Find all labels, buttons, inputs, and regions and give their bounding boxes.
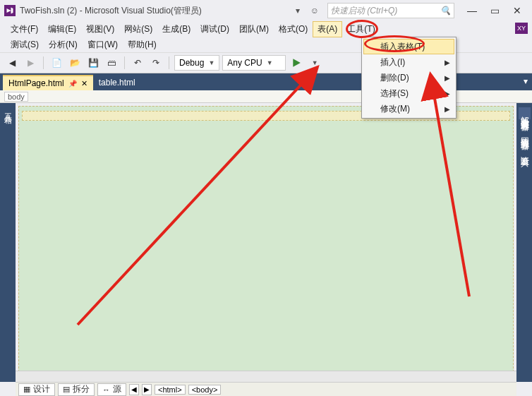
ctx-insert[interactable]: 插入(I) ▶ xyxy=(363,54,454,70)
nav-left-icon[interactable]: ◀ xyxy=(129,384,139,395)
menu-edit[interactable]: 编辑(E) xyxy=(43,21,81,37)
path-body[interactable]: <body> xyxy=(188,385,222,395)
path-html[interactable]: <html> xyxy=(155,385,186,395)
solution-explorer-tab[interactable]: 解决方案资源管理器 xyxy=(519,107,531,119)
menu-help[interactable]: 帮助(H) xyxy=(123,37,162,53)
browser-dropdown-caret[interactable]: ▼ xyxy=(307,55,322,71)
pin-icon[interactable]: 📌 xyxy=(68,80,77,88)
horizontal-scrollbar[interactable] xyxy=(16,371,516,382)
platform-dropdown[interactable]: Any CPU ▼ xyxy=(222,55,286,71)
separator xyxy=(43,56,44,69)
tab-label: table.html xyxy=(99,78,135,88)
menu-team[interactable]: 团队(M) xyxy=(234,21,274,37)
save-all-button[interactable]: 🗃 xyxy=(104,55,119,71)
chevron-right-icon: ▶ xyxy=(445,59,450,66)
menu-table[interactable]: 表(A) xyxy=(313,21,342,37)
chevron-down-icon: ▼ xyxy=(208,59,214,66)
menu-format[interactable]: 格式(O) xyxy=(274,21,313,37)
maximize-button[interactable]: ▭ xyxy=(484,4,505,18)
save-button[interactable]: 💾 xyxy=(85,55,101,71)
ctx-item-label: 插入(I) xyxy=(380,56,405,68)
redo-button[interactable]: ↷ xyxy=(148,55,164,71)
chevron-down-icon: ▼ xyxy=(267,59,273,66)
separator xyxy=(124,56,125,69)
view-label: 源 xyxy=(113,383,121,395)
chevron-right-icon: ▶ xyxy=(445,105,450,113)
view-switch-bar: ▦ 设计 ▤ 拆分 ↔ 源 ◀ ▶ <html> <body> xyxy=(16,382,516,396)
tab-label: HtmlPage.html xyxy=(8,78,64,88)
menu-tools[interactable]: 工具(T) xyxy=(342,21,380,37)
ctx-item-label: 修改(M) xyxy=(380,103,410,115)
ctx-modify[interactable]: 修改(M) ▶ xyxy=(363,101,454,116)
chevron-right-icon: ▶ xyxy=(445,74,450,82)
undo-button[interactable]: ↶ xyxy=(130,55,145,71)
table-context-menu: 插入表格(T) 插入(I) ▶ 删除(D) ▶ 选择(S) ▶ 修改(M) ▶ xyxy=(361,37,457,119)
menu-build[interactable]: 生成(B) xyxy=(157,21,195,37)
tab-well-tools: ▾ xyxy=(524,76,528,86)
open-file-button[interactable]: 📂 xyxy=(67,55,83,71)
minimize-button[interactable]: — xyxy=(461,4,483,18)
design-surface[interactable] xyxy=(18,106,514,379)
nav-forward-button: ▶ xyxy=(23,55,38,71)
nav-back-button[interactable]: ◀ xyxy=(4,55,20,71)
menu-test[interactable]: 测试(S) xyxy=(6,37,44,53)
quick-launch-input[interactable]: 快速启动 (Ctrl+Q) 🔍 xyxy=(327,3,454,18)
window-title: TwoFish.sln (2) - Microsoft Visual Studi… xyxy=(20,5,202,17)
menu-site[interactable]: 网站(S) xyxy=(119,21,157,37)
main-area: 工具箱 解决方案资源管理器 团队资源管理器 诊断工具 xyxy=(0,103,532,382)
view-design[interactable]: ▦ 设计 xyxy=(18,383,55,396)
ctx-insert-table[interactable]: 插入表格(T) xyxy=(363,39,454,54)
title-bar: TwoFish.sln (2) - Microsoft Visual Studi… xyxy=(0,0,532,21)
new-project-button[interactable]: 📄 xyxy=(49,55,64,71)
breadcrumb-body[interactable]: body xyxy=(4,92,28,102)
chevron-right-icon: ▶ xyxy=(445,90,450,97)
menu-debug[interactable]: 调试(D) xyxy=(195,21,234,37)
view-split[interactable]: ▤ 拆分 xyxy=(58,383,95,396)
tab-htmlpage[interactable]: HtmlPage.html 📌 ✕ xyxy=(3,75,93,90)
view-label: 拆分 xyxy=(73,383,90,395)
close-button[interactable]: ✕ xyxy=(507,4,528,18)
menu-file[interactable]: 文件(F) xyxy=(6,21,43,37)
notification-icon[interactable]: ▾ xyxy=(292,5,303,16)
toolbox-panel-tab[interactable]: 工具箱 xyxy=(0,103,16,382)
ctx-item-label: 删除(D) xyxy=(380,72,409,84)
tab-table[interactable]: table.html xyxy=(93,75,141,90)
right-panel-tabs: 解决方案资源管理器 团队资源管理器 诊断工具 xyxy=(516,103,532,382)
feedback-icon[interactable]: ☺ xyxy=(309,5,320,16)
view-source[interactable]: ↔ 源 xyxy=(97,383,126,396)
config-dropdown[interactable]: Debug ▼ xyxy=(174,55,219,71)
quick-launch-placeholder: 快速启动 (Ctrl+Q) xyxy=(331,5,440,17)
menu-window[interactable]: 窗口(W) xyxy=(83,37,123,53)
separator xyxy=(169,56,169,69)
ctx-delete[interactable]: 删除(D) ▶ xyxy=(363,70,454,85)
ctx-select[interactable]: 选择(S) ▶ xyxy=(363,85,454,101)
menu-bar: 文件(F) 编辑(E) 视图(V) 网站(S) 生成(B) 调试(D) 团队(M… xyxy=(0,21,532,37)
start-debug-button[interactable] xyxy=(289,55,304,71)
view-label: 设计 xyxy=(33,383,50,395)
platform-value: Any CPU xyxy=(227,58,262,68)
search-icon: 🔍 xyxy=(440,6,451,16)
ctx-item-label: 选择(S) xyxy=(380,88,409,100)
team-explorer-tab[interactable]: 团队资源管理器 xyxy=(519,128,531,138)
menu-analyze[interactable]: 分析(N) xyxy=(44,37,83,53)
close-icon[interactable]: ✕ xyxy=(81,79,87,88)
menu-view[interactable]: 视图(V) xyxy=(81,21,119,37)
account-badge[interactable]: XY xyxy=(515,23,528,34)
nav-right-icon[interactable]: ▶ xyxy=(142,384,152,395)
tab-overflow-icon[interactable]: ▾ xyxy=(524,76,528,86)
diagnostic-tools-tab[interactable]: 诊断工具 xyxy=(519,147,531,155)
ctx-item-label: 插入表格(T) xyxy=(380,41,425,53)
config-value: Debug xyxy=(179,58,204,68)
vs-logo-icon xyxy=(4,5,16,16)
